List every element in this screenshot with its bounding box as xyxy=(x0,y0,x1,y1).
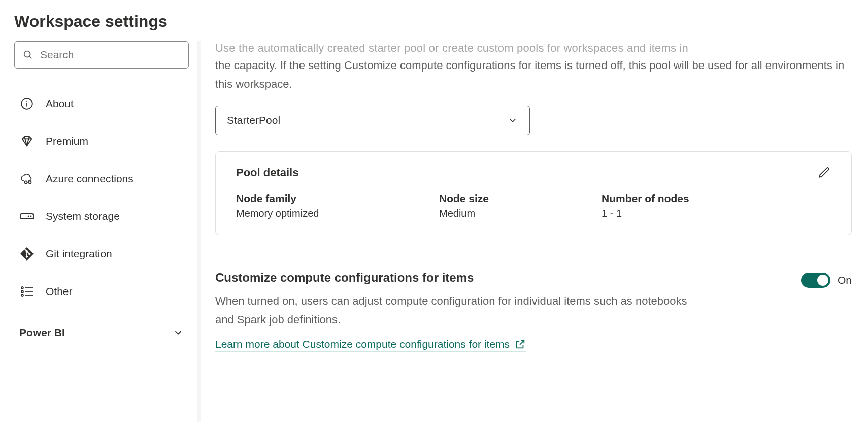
toggle-state-label: On xyxy=(838,274,852,286)
sidebar-item-label: Other xyxy=(46,285,73,298)
sidebar-item-label: System storage xyxy=(46,210,120,222)
svg-point-13 xyxy=(21,290,23,293)
diamond-icon xyxy=(19,134,35,149)
search-input-wrap xyxy=(14,41,189,69)
svg-point-6 xyxy=(24,181,27,183)
chevron-down-icon xyxy=(173,327,184,338)
svg-point-4 xyxy=(26,101,27,102)
layout: About Premium Azure connections System s… xyxy=(0,41,868,422)
git-icon xyxy=(19,246,35,262)
pool-col-value: Medium xyxy=(439,208,541,219)
sidebar-item-label: Premium xyxy=(46,135,88,147)
svg-point-5 xyxy=(28,181,31,183)
pool-col-label: Node size xyxy=(439,192,541,205)
svg-line-1 xyxy=(29,56,31,58)
section-divider xyxy=(215,354,852,354)
sidebar-item-other[interactable]: Other xyxy=(14,275,189,308)
pool-details-header: Pool details xyxy=(236,166,831,179)
sidebar-item-about[interactable]: About xyxy=(14,87,189,120)
page-title: Workspace settings xyxy=(0,0,868,41)
main-content: Use the automatically created starter po… xyxy=(201,41,868,422)
pool-col-label: Node family xyxy=(236,192,378,205)
svg-point-0 xyxy=(24,51,30,57)
sidebar-group-power-bi[interactable]: Power BI xyxy=(14,312,189,344)
customize-compute-title: Customize compute configurations for ite… xyxy=(215,271,781,285)
edit-icon[interactable] xyxy=(818,166,831,179)
search-icon xyxy=(22,49,34,60)
pool-col-node-family: Node family Memory optimized xyxy=(236,192,378,219)
customize-compute-toggle-wrap: On xyxy=(801,271,852,288)
vertical-divider xyxy=(197,41,201,422)
sidebar-item-label: Git integration xyxy=(46,248,112,260)
storage-icon xyxy=(19,209,35,224)
pool-details-title: Pool details xyxy=(236,166,298,179)
svg-point-10 xyxy=(28,216,29,217)
pool-select[interactable]: StarterPool xyxy=(215,106,530,135)
list-icon xyxy=(19,284,35,299)
pool-col-node-size: Node size Medium xyxy=(439,192,541,219)
pool-details-grid: Node family Memory optimized Node size M… xyxy=(236,192,831,219)
customize-compute-toggle[interactable] xyxy=(801,273,830,288)
customize-compute-setting: Customize compute configurations for ite… xyxy=(215,271,852,352)
sidebar-item-label: About xyxy=(46,98,74,110)
learn-more-label: Learn more about Customize compute confi… xyxy=(215,338,510,350)
pool-col-number-of-nodes: Number of nodes 1 - 1 xyxy=(602,192,689,219)
pool-col-label: Number of nodes xyxy=(602,192,689,205)
svg-point-15 xyxy=(21,294,23,296)
customize-compute-learn-more-link[interactable]: Learn more about Customize compute confi… xyxy=(215,338,526,352)
pool-select-value: StarterPool xyxy=(227,114,280,126)
sidebar-item-label: Azure connections xyxy=(46,173,133,185)
pool-details-card: Pool details Node family Memory optimize… xyxy=(215,151,852,235)
pool-col-value: Memory optimized xyxy=(236,208,378,219)
pool-col-value: 1 - 1 xyxy=(602,208,689,219)
search-input[interactable] xyxy=(14,41,189,69)
svg-point-9 xyxy=(30,216,32,217)
pool-description: the capacity. If the setting Customize c… xyxy=(215,56,852,94)
sidebar-group-label: Power BI xyxy=(19,327,65,339)
svg-point-11 xyxy=(21,287,23,289)
customize-compute-text: Customize compute configurations for ite… xyxy=(215,271,781,352)
sidebar-item-premium[interactable]: Premium xyxy=(14,124,189,158)
customize-compute-desc: When turned on, users can adjust compute… xyxy=(215,292,692,329)
sidebar-item-git-integration[interactable]: Git integration xyxy=(14,237,189,271)
cloud-link-icon xyxy=(19,171,35,186)
chevron-down-icon xyxy=(507,115,518,126)
pool-description-truncated-line: Use the automatically created starter po… xyxy=(215,41,852,56)
sidebar-item-system-storage[interactable]: System storage xyxy=(14,200,189,233)
info-icon xyxy=(19,96,35,111)
sidebar: About Premium Azure connections System s… xyxy=(0,41,197,422)
sidebar-item-azure-connections[interactable]: Azure connections xyxy=(14,162,189,196)
external-link-icon xyxy=(515,339,526,350)
